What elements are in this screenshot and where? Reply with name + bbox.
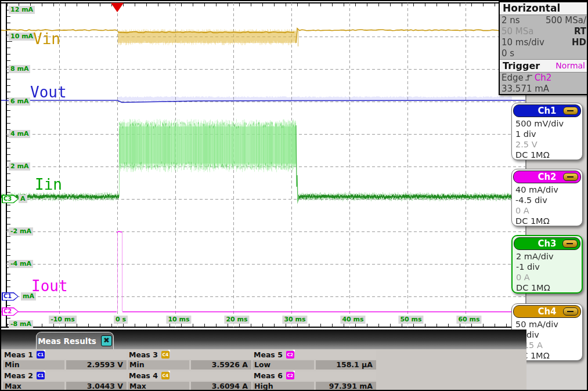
- y-axis-label: 12 mA: [9, 6, 35, 14]
- trace-label-vout[interactable]: Vout: [30, 85, 67, 100]
- meas-results-table: Meas 1 C1 Min 2.9593 V Meas 2 C1 Max 3.0…: [1, 349, 526, 391]
- ch4-minimize-button[interactable]: [563, 307, 578, 316]
- meas5-source-badge: C2: [286, 351, 294, 359]
- horizontal-position-value: 0 s: [502, 48, 514, 59]
- x-axis-label: 50 ms: [398, 316, 423, 324]
- horizontal-row-record: 50 MSa RT: [500, 26, 588, 37]
- ch4-scale: 50 mA/div: [512, 319, 582, 330]
- x-axis-label: 0 s: [114, 316, 128, 324]
- horizontal-trigger-panel[interactable]: Horizontal 2 ns 500 MSa/ 50 MSa RT 10 ms…: [499, 1, 588, 95]
- ch3-minimize-button[interactable]: [562, 240, 578, 248]
- meas4-name: Meas 4: [129, 371, 158, 380]
- y-axis-label: -8 mA: [9, 320, 33, 328]
- meas4-stat: Max: [128, 382, 189, 391]
- ch1-header[interactable]: Ch1: [513, 104, 581, 117]
- waveform-traces: [1, 1, 526, 330]
- sample-rate-value: 500 MSa/: [546, 15, 586, 26]
- ch2-scale: 40 mA/div: [512, 184, 582, 195]
- channel-marker-c3[interactable]: C3: [2, 195, 19, 204]
- horizontal-row-resolution: 2 ns 500 MSa/: [500, 15, 588, 26]
- trigger-level-value: 33.571 mA: [502, 84, 549, 95]
- x-axis-label: 10 ms: [166, 316, 191, 324]
- trace-label-vin[interactable]: Vin: [33, 31, 60, 46]
- trigger-type-group: EdgeCh2: [502, 73, 551, 84]
- oscilloscope-screen: 12 mA10 mA8 mA6 mA4 mA2 mAA-2 mA-4 mAmA-…: [0, 0, 588, 391]
- y-axis-label: 2 mA: [9, 162, 30, 171]
- meas1-value: 2.9593 V: [66, 360, 127, 370]
- meas5-stat: Low: [252, 360, 314, 370]
- meas5-name: Meas 5: [254, 350, 283, 359]
- channel-box-ch1[interactable]: Ch1 500 mV/div 1 div 2.5 V DC 1MΩ: [511, 103, 583, 160]
- trigger-panel-title[interactable]: Trigger Normal: [500, 59, 588, 73]
- meas6-header: Meas 6 C2: [252, 371, 376, 380]
- meas3-stat: Min: [128, 360, 189, 370]
- channel-marker-c1[interactable]: C1: [2, 292, 19, 301]
- meas3-source-badge: C4: [161, 351, 169, 359]
- ch2-position: 0 A: [512, 205, 582, 216]
- rising-edge-icon: [525, 73, 533, 84]
- meas2-stat: Max: [3, 382, 64, 391]
- horizontal-panel-title[interactable]: Horizontal: [500, 2, 588, 15]
- ch1-minimize-button[interactable]: [563, 107, 578, 115]
- channel-box-ch3[interactable]: Ch3 2 mA/div -1 div 0 A DC 1MΩ: [511, 235, 583, 294]
- meas2-value: 3.0443 V: [66, 382, 127, 391]
- meas-results-tab-label: Meas Results: [38, 336, 96, 346]
- meas-results-close-icon[interactable]: ✖: [101, 335, 112, 346]
- y-axis-label: 6 mA: [9, 97, 30, 106]
- meas5-value: 158.1 µA: [316, 360, 376, 370]
- trigger-mode-value: Normal: [555, 60, 585, 72]
- trace-label-iin[interactable]: Iin: [35, 177, 62, 192]
- ch4-header[interactable]: Ch4: [513, 305, 581, 318]
- ch3-scale: 2 mA/div: [513, 251, 582, 262]
- y-axis-label: A: [19, 195, 27, 203]
- meas6-name: Meas 6: [254, 371, 283, 380]
- ch2-header[interactable]: Ch2: [513, 171, 581, 183]
- x-axis-label: 20 ms: [224, 316, 249, 324]
- ch4-name: Ch4: [538, 306, 556, 317]
- channel-box-ch2[interactable]: Ch2 40 mA/div -4.5 div 0 A DC 1MΩ: [511, 169, 583, 226]
- meas1-header: Meas 1 C1: [3, 350, 127, 359]
- ch3-name: Ch3: [538, 238, 556, 249]
- y-axis-label: 10 mA: [9, 32, 35, 41]
- ch1-name: Ch1: [538, 106, 556, 116]
- trigger-position-marker[interactable]: [111, 3, 124, 12]
- ch3-position: 0 A: [513, 272, 582, 283]
- y-axis-label: -2 mA: [9, 227, 33, 236]
- trigger-title-label: Trigger: [503, 60, 540, 72]
- timebase-value: 10 ms/div: [502, 37, 544, 48]
- meas-column-1: Meas 1 C1 Min 2.9593 V Meas 2 C1 Max 3.0…: [3, 349, 127, 391]
- meas6-stat: High: [252, 382, 314, 391]
- meas6-value: 97.391 mA: [316, 382, 376, 391]
- acq-mode-badge: RT: [574, 26, 586, 37]
- trigger-row-level: 33.571 mA: [500, 84, 588, 95]
- meas2-header: Meas 2 C1: [3, 371, 127, 380]
- meas3-name: Meas 3: [129, 350, 158, 359]
- meas1-source-badge: C1: [37, 351, 45, 359]
- meas4-value: 3.6094 A: [191, 382, 251, 391]
- meas5-header: Meas 5 C2: [252, 350, 376, 359]
- ch3-header[interactable]: Ch3: [514, 237, 580, 250]
- meas1-stat: Min: [3, 360, 64, 370]
- meas3-header: Meas 3 C4: [128, 350, 251, 359]
- y-axis-label: 4 mA: [9, 130, 30, 138]
- meas4-header: Meas 4 C4: [128, 371, 251, 380]
- ch1-coupling: DC 1MΩ: [512, 150, 582, 160]
- waveform-display[interactable]: 12 mA10 mA8 mA6 mA4 mA2 mAA-2 mA-4 mAmA-…: [1, 1, 526, 330]
- y-axis-label: -4 mA: [9, 260, 33, 268]
- trigger-source-value: Ch2: [535, 73, 552, 83]
- horizontal-row-position: 0 s: [500, 48, 588, 59]
- resolution-value: 2 ns: [502, 15, 520, 26]
- y-axis-label: 8 mA: [9, 65, 30, 73]
- ch2-minimize-button[interactable]: [563, 173, 578, 181]
- trace-label-iout[interactable]: Iout: [31, 278, 68, 294]
- meas1-name: Meas 1: [4, 350, 33, 359]
- x-axis-label: 40 ms: [340, 316, 365, 324]
- ch1-offset: 1 div: [512, 129, 582, 139]
- ch3-coupling: DC 1MΩ: [513, 283, 582, 293]
- meas-results-tab[interactable]: Meas Results ✖: [36, 332, 114, 349]
- meas3-value: 3.5926 A: [191, 360, 251, 370]
- channel-marker-c2[interactable]: C2: [2, 307, 19, 316]
- meas-column-2: Meas 3 C4 Min 3.5926 A Meas 4 C4 Max 3.6…: [128, 349, 251, 391]
- horizontal-row-timebase: 10 ms/div HD: [500, 37, 588, 48]
- meas6-source-badge: C2: [286, 372, 294, 379]
